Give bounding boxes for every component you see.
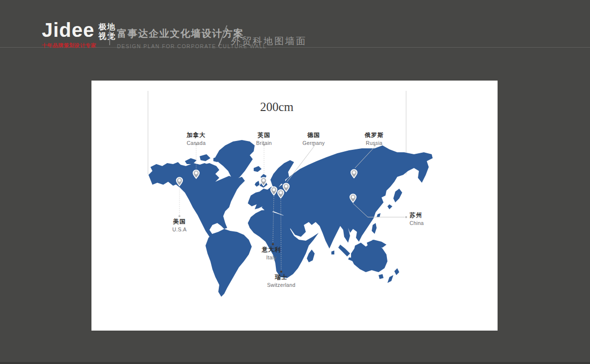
location-label-canada: 加拿大 Canada (187, 131, 206, 146)
bottom-edge-strip (0, 362, 590, 364)
header-bar: Jidee 极地 视觉 十年品牌策划设计专家 富事达企业文化墙设计方案 DESI… (0, 0, 590, 48)
location-label-germany: 德国 Germany (302, 131, 324, 146)
location-label-italy: 意大利 Italy (262, 246, 281, 260)
section-title: 外贸科地图墙面 (231, 35, 307, 48)
logo-cn-text: 极地 视觉 (98, 22, 116, 41)
location-label-switzerland: 瑞士 Switzerland (267, 273, 295, 288)
location-label-russia: 俄罗斯 Russia (365, 131, 384, 146)
dimension-label: 200cm (260, 100, 294, 114)
location-label-britain: 英国 Britain (256, 131, 272, 146)
map-madagascar (307, 250, 315, 262)
logo-tagline: 十年品牌策划设计专家 (42, 42, 116, 49)
location-label-suzhou: 苏州 China (410, 211, 424, 226)
world-map (91, 81, 498, 331)
map-iceland (254, 166, 262, 172)
location-label-usa: 美国 U.S.A (173, 218, 187, 232)
logo: Jidee 极地 视觉 十年品牌策划设计专家 (42, 21, 116, 49)
map-greenland (215, 140, 255, 181)
design-canvas: 200cm 加拿大 Canada 英国 Britain 德国 Germany 俄… (91, 81, 498, 331)
header-divider (109, 24, 110, 45)
logo-wordmark: Jidee (42, 21, 94, 39)
map-south-america (206, 229, 252, 297)
map-new-zealand (387, 268, 399, 283)
map-india-islands (331, 251, 334, 254)
presentation-slide: Jidee 极地 视觉 十年品牌策划设计专家 富事达企业文化墙设计方案 DESI… (0, 0, 590, 364)
map-japan (387, 189, 402, 209)
